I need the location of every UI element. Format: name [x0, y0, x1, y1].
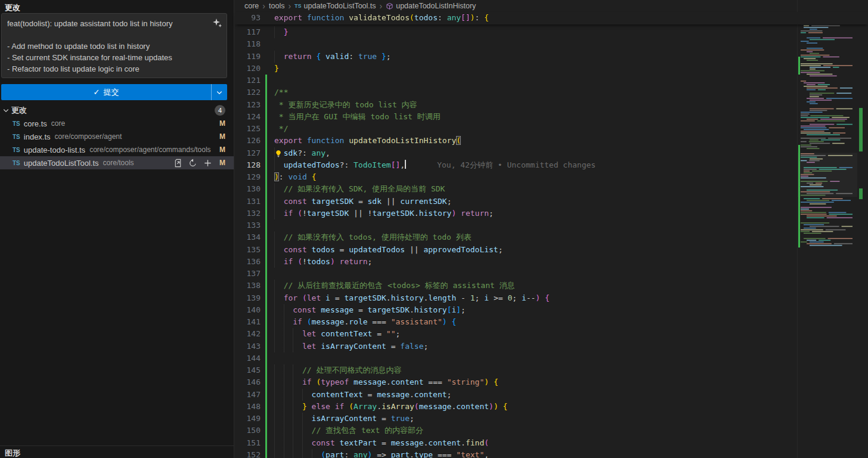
file-row-core.ts[interactable]: TScore.tscoreM	[0, 117, 234, 130]
commit-body-line: - Add method to update todo list in hist…	[7, 41, 211, 52]
line-number: 145	[235, 364, 261, 376]
overview-change-marker	[859, 108, 863, 151]
line-number: 150	[235, 425, 261, 437]
changes-count-badge: 4	[215, 105, 225, 116]
line-number: 128	[235, 159, 261, 171]
indent-guides	[274, 364, 302, 376]
commit-dropdown-button[interactable]	[211, 84, 227, 100]
typescript-file-icon: TS	[294, 3, 302, 9]
changes-section-header[interactable]: 更改 4	[0, 104, 234, 117]
change-gutter-bar	[265, 219, 267, 231]
commit-button[interactable]: ✓ 提交	[1, 84, 227, 100]
code-line-121[interactable]: 121	[235, 75, 790, 86]
code-line-140[interactable]: 140 const message = targetSDK.history[i]…	[235, 304, 790, 316]
stage-icon[interactable]	[203, 159, 212, 168]
code-line-142[interactable]: 142 let contentText = "";	[235, 328, 790, 340]
minimap[interactable]	[797, 0, 857, 458]
breadcrumb-item-symbol[interactable]: updateTodoListInHistory	[396, 2, 476, 10]
code-line-119[interactable]: 119 return { valid: true };	[235, 51, 790, 63]
code-line-139[interactable]: 139 for (let i = targetSDK.history.lengt…	[235, 292, 790, 304]
symbol-icon	[386, 2, 393, 10]
indent-guides	[274, 437, 312, 449]
code-line-130[interactable]: 130 // 如果没有传入 SDK, 使用全局的当前 SDK	[235, 183, 790, 195]
code-line-120[interactable]: 120}	[235, 63, 790, 75]
change-gutter-bar	[265, 256, 267, 268]
code-line-146[interactable]: 146 if (typeof message.content === "stri…	[235, 376, 790, 388]
change-gutter-bar	[265, 75, 267, 86]
file-row-updateTodoListTool.ts[interactable]: TSupdateTodoListTool.tscore/toolsM	[0, 156, 234, 169]
breadcrumb[interactable]: core›tools›TSupdateTodoListTool.ts›updat…	[235, 0, 868, 12]
source-control-sidebar: 更改 feat(todolist): update assistant todo…	[0, 0, 234, 458]
breadcrumb-item-core[interactable]: core	[244, 2, 259, 10]
code-line-118[interactable]: 118	[235, 38, 790, 50]
change-gutter-bar	[265, 147, 267, 159]
code-line-127[interactable]: 127 sdk?: any,	[235, 147, 790, 159]
code-line-117[interactable]: 117 }	[235, 26, 790, 38]
code-text: contentText = message.content;	[274, 389, 451, 401]
line-number: 139	[235, 292, 261, 304]
code-line-141[interactable]: 141 if (message.role === "assistant") {	[235, 316, 790, 328]
code-line-126[interactable]: 126export function updateTodoListInHisto…	[235, 135, 790, 147]
code-line-147[interactable]: 147 contentText = message.content;	[235, 389, 790, 401]
code-line-128[interactable]: 128 updatedTodos?: TodoItem[],You, 42分钟前…	[235, 159, 790, 171]
breadcrumb-item-file[interactable]: updateTodoListTool.ts	[304, 2, 376, 10]
line-number: 134	[235, 231, 261, 243]
minimap-slider[interactable]	[798, 153, 857, 197]
line-number: 131	[235, 196, 261, 208]
code-line-124[interactable]: 124 * 当用户在 GUI 中编辑 todo list 时调用	[235, 111, 790, 123]
code-line-133[interactable]: 133	[235, 219, 790, 231]
text-cursor	[405, 160, 406, 169]
open-file-icon[interactable]	[173, 159, 182, 168]
code-line-136[interactable]: 136 if (!todos) return;	[235, 256, 790, 268]
modified-badge: M	[219, 132, 225, 141]
code-line-123[interactable]: 123 * 更新历史记录中的 todo list 内容	[235, 99, 790, 111]
code-line-138[interactable]: 138 // 从后往前查找最近的包含 <todos> 标签的 assistant…	[235, 280, 790, 292]
code-line-93[interactable]: 93export function validateTodos(todos: a…	[235, 12, 868, 24]
line-number: 132	[235, 208, 261, 219]
code-line-148[interactable]: 148 } else if (Array.isArray(message.con…	[235, 401, 790, 413]
code-line-151[interactable]: 151 const textPart = message.content.fin…	[235, 437, 790, 449]
code-line-122[interactable]: 122/**	[235, 86, 790, 98]
code-line-135[interactable]: 135 const todos = updatedTodos || approv…	[235, 244, 790, 256]
code-line-129[interactable]: 129): void {	[235, 171, 790, 183]
file-row-actions	[173, 159, 212, 168]
code-line-137[interactable]: 137	[235, 268, 790, 280]
code-line-125[interactable]: 125 */	[235, 123, 790, 135]
generate-commit-message-sparkle-icon[interactable]	[213, 18, 222, 28]
code-line-150[interactable]: 150 // 查找包含 text 的内容部分	[235, 425, 790, 437]
code-line-132[interactable]: 132 if (!targetSDK || !targetSDK.history…	[235, 208, 790, 219]
breadcrumb-item-tools[interactable]: tools	[269, 2, 284, 10]
file-row-index.ts[interactable]: TSindex.tscore/composer/agentM	[0, 130, 234, 143]
code-text: if (!todos) return;	[274, 256, 372, 268]
change-gutter-bar	[265, 425, 267, 437]
vscode-window: 更改 feat(todolist): update assistant todo…	[0, 0, 868, 458]
code-text: sdk?: any,	[274, 147, 330, 159]
change-gutter-bar	[265, 183, 267, 195]
graph-section-header[interactable]: 图形	[0, 445, 234, 458]
change-gutter-bar	[265, 63, 267, 75]
code-line-152[interactable]: 152 (part: any) => part.type === "text",	[235, 449, 790, 458]
lightbulb-icon[interactable]	[275, 149, 283, 157]
code-line-131[interactable]: 131 const targetSDK = sdk || currentSDK;	[235, 196, 790, 208]
code-line-134[interactable]: 134 // 如果没有传入 todos, 使用待处理的 todo 列表	[235, 231, 790, 243]
code-editor: core›tools›TSupdateTodoListTool.ts›updat…	[235, 0, 868, 458]
sticky-scroll-line[interactable]: 93export function validateTodos(todos: a…	[235, 12, 868, 24]
code-line-144[interactable]: 144	[235, 352, 790, 364]
code-line-149[interactable]: 149 isArrayContent = true;	[235, 413, 790, 425]
change-gutter-bar	[265, 231, 267, 243]
overview-ruler[interactable]	[857, 0, 868, 458]
discard-icon[interactable]	[188, 159, 197, 168]
chevron-down-icon	[216, 89, 223, 96]
code-line-145[interactable]: 145 // 处理不同格式的消息内容	[235, 364, 790, 376]
code-line-143[interactable]: 143 let isArrayContent = false;	[235, 341, 790, 352]
change-gutter-bar	[265, 171, 267, 183]
change-gutter-bar	[265, 341, 267, 352]
line-number: 130	[235, 183, 261, 195]
file-path: core/tools	[103, 159, 170, 167]
file-row-update-todo-list.ts[interactable]: TSupdate-todo-list.tscore/composer/agent…	[0, 143, 234, 156]
change-gutter-bar	[265, 135, 267, 147]
line-number: 122	[235, 86, 261, 98]
change-gutter-bar	[265, 316, 267, 328]
change-gutter-bar	[265, 364, 267, 376]
commit-message-input[interactable]: feat(todolist): update assistant todo li…	[1, 13, 227, 78]
